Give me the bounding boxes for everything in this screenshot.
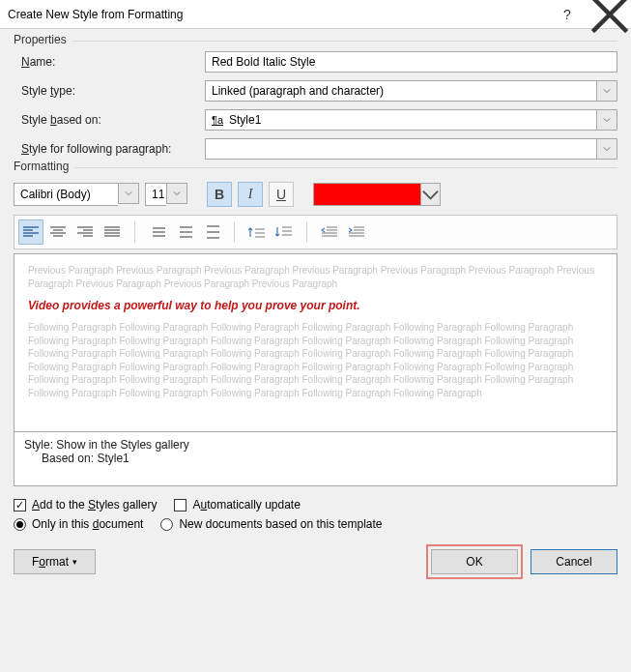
preview-sample-text: Video provides a powerful way to help yo… [28,298,603,313]
checkbox-checked-icon: ✓ [14,499,26,511]
style-type-label: Style type: [14,84,197,98]
spacing-single-button[interactable] [145,219,170,245]
radio-selected-icon [14,518,26,531]
formatting-legend: Formatting [14,160,74,173]
dialog-title: Create New Style from Formatting [0,8,546,21]
add-to-gallery-checkbox[interactable]: ✓ Add to the Styles gallery [14,498,157,511]
cancel-button[interactable]: Cancel [531,549,617,574]
spacing-double-button[interactable] [199,219,224,245]
style-description: Style: Show in the Styles gallery Based … [14,432,617,486]
based-on-dropdown[interactable] [596,109,617,131]
font-name-dropdown[interactable] [118,183,139,204]
close-button[interactable] [588,0,631,29]
space-before-decrease-button[interactable] [272,219,297,245]
font-size-combo[interactable]: 11 [145,183,187,206]
radio-unselected-icon [160,518,173,531]
help-button[interactable]: ? [546,0,588,29]
preview-following-text: Following Paragraph Following Paragraph … [28,321,603,399]
style-type-dropdown[interactable] [596,80,617,102]
color-dropdown[interactable] [420,184,440,205]
ok-highlight: OK [426,544,523,579]
name-input[interactable] [205,51,617,73]
following-dropdown[interactable] [596,138,617,160]
bold-button[interactable]: B [207,182,232,207]
align-right-button[interactable] [72,219,98,245]
following-select[interactable] [205,138,596,160]
preview-pane: Previous Paragraph Previous Paragraph Pr… [14,253,617,432]
name-label: Name: [14,55,197,69]
auto-update-checkbox[interactable]: Automatically update [174,498,300,511]
only-this-document-radio[interactable]: Only in this document [14,517,143,531]
new-documents-radio[interactable]: New documents based on this template [160,517,382,531]
color-swatch [314,184,420,205]
font-size-dropdown[interactable] [166,183,187,204]
italic-button[interactable]: I [238,182,263,207]
style-type-select[interactable]: Linked (paragraph and character) [205,80,596,102]
titlebar: Create New Style from Formatting ? [0,0,631,29]
decrease-indent-button[interactable] [317,219,342,245]
formatting-group: Formatting Calibri (Body) 11 B I U [14,167,617,486]
based-on-label: Style based on: [14,113,197,127]
style-desc-line2: Based on: Style1 [24,452,607,465]
checkbox-unchecked-icon [174,499,186,511]
spacing-onehalf-button[interactable] [172,219,197,245]
paragraph-toolbar [14,215,617,249]
style-desc-line1: Style: Show in the Styles gallery [24,438,607,452]
font-color-picker[interactable] [313,183,441,206]
space-before-increase-button[interactable] [244,219,270,245]
following-label: Style for following paragraph: [14,142,197,156]
properties-legend: Properties [14,33,72,46]
format-button[interactable]: Format▾ [14,549,96,574]
based-on-select[interactable]: ¶aStyle1 [205,109,596,131]
align-center-button[interactable] [45,219,71,245]
ok-button[interactable]: OK [431,549,518,574]
align-justify-button[interactable] [100,219,125,245]
preview-previous-text: Previous Paragraph Previous Paragraph Pr… [28,264,603,290]
increase-indent-button[interactable] [344,219,369,245]
pilcrow-icon: ¶a [212,114,223,126]
underline-button[interactable]: U [269,182,294,207]
font-name-combo[interactable]: Calibri (Body) [14,183,139,206]
align-left-button[interactable] [18,219,43,245]
properties-group: Properties Name: Style type: Linked (par… [14,41,617,160]
